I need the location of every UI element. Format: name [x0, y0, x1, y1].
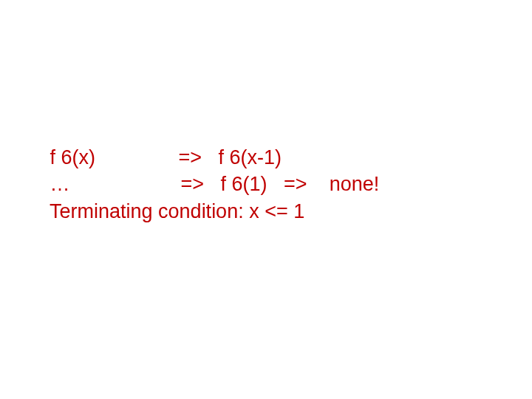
text-line-3: Terminating condition: x <= 1 [44, 198, 379, 225]
text-line-2: … => f 6(1) => none! [44, 171, 379, 197]
slide-text-block: f 6(x) => f 6(x-1) … => f 6(1) => none! … [44, 144, 379, 225]
text-line-1: f 6(x) => f 6(x-1) [44, 144, 379, 171]
